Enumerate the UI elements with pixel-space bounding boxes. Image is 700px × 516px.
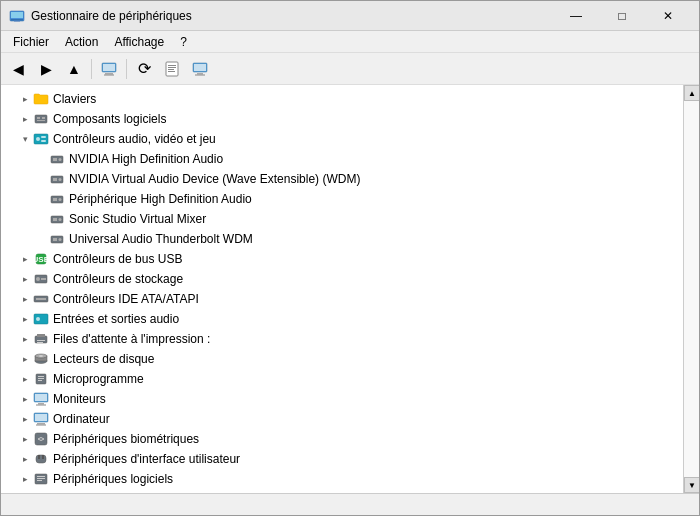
tree-item-nvidia_hd[interactable]: NVIDIA High Definition Audio <box>1 149 683 169</box>
svg-rect-32 <box>53 198 57 201</box>
label-universal_audio: Universal Audio Thunderbolt WDM <box>69 232 253 246</box>
minimize-button[interactable]: — <box>553 1 599 31</box>
tree-item-audio_video[interactable]: ▾Contrôleurs audio, vidéo et jeu <box>1 129 683 149</box>
maximize-button[interactable]: □ <box>599 1 645 31</box>
expander-bus_usb[interactable]: ▸ <box>17 251 33 267</box>
svg-rect-70 <box>36 455 46 463</box>
svg-point-33 <box>59 198 62 201</box>
expander-entrees_sorties[interactable]: ▸ <box>17 311 33 327</box>
scroll-up-button[interactable]: ▲ <box>684 85 699 101</box>
tree-item-ordinateur[interactable]: ▸Ordinateur <box>1 409 683 429</box>
expander-files_attente[interactable]: ▸ <box>17 331 33 347</box>
label-sonic: Sonic Studio Virtual Mixer <box>69 212 206 226</box>
svg-rect-15 <box>197 73 203 75</box>
icon-bus_usb: USB <box>33 251 49 267</box>
tree-item-interface_utilisateur[interactable]: ▸Périphériques d'interface utilisateur <box>1 449 683 469</box>
back-button[interactable]: ◀ <box>5 56 31 82</box>
scrollbar-vertical[interactable]: ▲ ▼ <box>683 85 699 493</box>
properties-icon <box>164 61 180 77</box>
svg-rect-3 <box>14 20 20 21</box>
svg-text:USB: USB <box>33 255 49 264</box>
title-bar-controls: — □ ✕ <box>553 1 691 31</box>
main-content: ▸Claviers▸Composants logiciels▾Contrôleu… <box>1 85 699 493</box>
svg-rect-67 <box>37 423 45 425</box>
refresh-button[interactable]: ⟳ <box>131 56 157 82</box>
tree-item-lecteurs_disque[interactable]: ▸Lecteurs de disque <box>1 349 683 369</box>
svg-rect-24 <box>41 140 46 142</box>
label-logiciels: Périphériques logiciels <box>53 472 173 486</box>
icon-sonic <box>49 211 65 227</box>
svg-rect-49 <box>35 336 47 343</box>
expander-claviers[interactable]: ▸ <box>17 91 33 107</box>
title-bar-left: Gestionnaire de périphériques <box>9 8 192 24</box>
menu-aide[interactable]: ? <box>172 33 195 51</box>
toolbar: ◀ ▶ ▲ ⟳ <box>1 53 699 85</box>
forward-button[interactable]: ▶ <box>33 56 59 82</box>
expander-stockage[interactable]: ▸ <box>17 271 33 287</box>
expander-lecteurs_disque[interactable]: ▸ <box>17 351 33 367</box>
label-nvidia_hd: NVIDIA High Definition Audio <box>69 152 223 166</box>
svg-point-22 <box>36 137 40 141</box>
expander-audio_video[interactable]: ▾ <box>17 131 33 147</box>
tree-item-bus_usb[interactable]: ▸USBContrôleurs de bus USB <box>1 249 683 269</box>
tree-item-periph_hd[interactable]: Périphérique High Definition Audio <box>1 189 683 209</box>
up-button[interactable]: ▲ <box>61 56 87 82</box>
expander-ordinateur[interactable]: ▸ <box>17 411 33 427</box>
tree-item-sonic[interactable]: Sonic Studio Virtual Mixer <box>1 209 683 229</box>
svg-rect-59 <box>38 378 44 379</box>
icon-microprogramme <box>33 371 49 387</box>
svg-rect-64 <box>36 405 46 406</box>
tree-item-ide_atapi[interactable]: ▸Contrôleurs IDE ATA/ATAPI <box>1 289 683 309</box>
close-button[interactable]: ✕ <box>645 1 691 31</box>
menu-action[interactable]: Action <box>57 33 106 51</box>
icon-ordinateur <box>33 411 49 427</box>
display-button[interactable] <box>187 56 213 82</box>
tree-item-files_attente[interactable]: ▸Files d'attente à l'impression : <box>1 329 683 349</box>
svg-rect-6 <box>105 73 113 75</box>
svg-rect-50 <box>37 334 45 337</box>
svg-rect-7 <box>104 74 114 75</box>
expander-moniteurs[interactable]: ▸ <box>17 391 33 407</box>
scroll-down-button[interactable]: ▼ <box>684 477 699 493</box>
menu-fichier[interactable]: Fichier <box>5 33 57 51</box>
icon-biometriques <box>33 431 49 447</box>
svg-rect-23 <box>41 136 46 138</box>
device-tree[interactable]: ▸Claviers▸Composants logiciels▾Contrôleu… <box>1 85 683 493</box>
label-nvidia_virtual: NVIDIA Virtual Audio Device (Wave Extens… <box>69 172 360 186</box>
tree-item-logiciels[interactable]: ▸Périphériques logiciels <box>1 469 683 489</box>
tree-item-biometriques[interactable]: ▸Périphériques biométriques <box>1 429 683 449</box>
expander-microprogramme[interactable]: ▸ <box>17 371 33 387</box>
svg-rect-2 <box>11 19 23 21</box>
tree-item-moniteurs[interactable]: ▸Moniteurs <box>1 389 683 409</box>
svg-rect-51 <box>37 340 45 341</box>
tree-item-composants[interactable]: ▸Composants logiciels <box>1 109 683 129</box>
properties-button[interactable] <box>159 56 185 82</box>
svg-rect-35 <box>53 218 57 221</box>
expander-interface_utilisateur[interactable]: ▸ <box>17 451 33 467</box>
expander-ide_atapi[interactable]: ▸ <box>17 291 33 307</box>
expander-logiciels[interactable]: ▸ <box>17 471 33 487</box>
label-bus_usb: Contrôleurs de bus USB <box>53 252 182 266</box>
expander-composants[interactable]: ▸ <box>17 111 33 127</box>
tree-item-universal_audio[interactable]: Universal Audio Thunderbolt WDM <box>1 229 683 249</box>
tree-item-entrees_sorties[interactable]: ▸Entrées et sorties audio <box>1 309 683 329</box>
tree-item-stockage[interactable]: ▸Contrôleurs de stockage <box>1 269 683 289</box>
menu-affichage[interactable]: Affichage <box>106 33 172 51</box>
label-ide_atapi: Contrôleurs IDE ATA/ATAPI <box>53 292 199 306</box>
svg-rect-16 <box>195 74 205 75</box>
svg-rect-10 <box>168 67 176 68</box>
svg-rect-14 <box>194 64 206 71</box>
icon-interface_utilisateur <box>33 451 49 467</box>
svg-rect-69 <box>35 433 47 445</box>
svg-point-27 <box>59 158 62 161</box>
svg-rect-44 <box>41 278 46 280</box>
computer-button[interactable] <box>96 56 122 82</box>
expander-biometriques[interactable]: ▸ <box>17 431 33 447</box>
svg-rect-38 <box>53 238 57 241</box>
tree-item-microprogramme[interactable]: ▸Microprogramme <box>1 369 683 389</box>
scroll-track[interactable] <box>684 101 699 477</box>
svg-rect-68 <box>36 425 46 426</box>
label-ordinateur: Ordinateur <box>53 412 110 426</box>
tree-item-nvidia_virtual[interactable]: NVIDIA Virtual Audio Device (Wave Extens… <box>1 169 683 189</box>
tree-item-claviers[interactable]: ▸Claviers <box>1 89 683 109</box>
